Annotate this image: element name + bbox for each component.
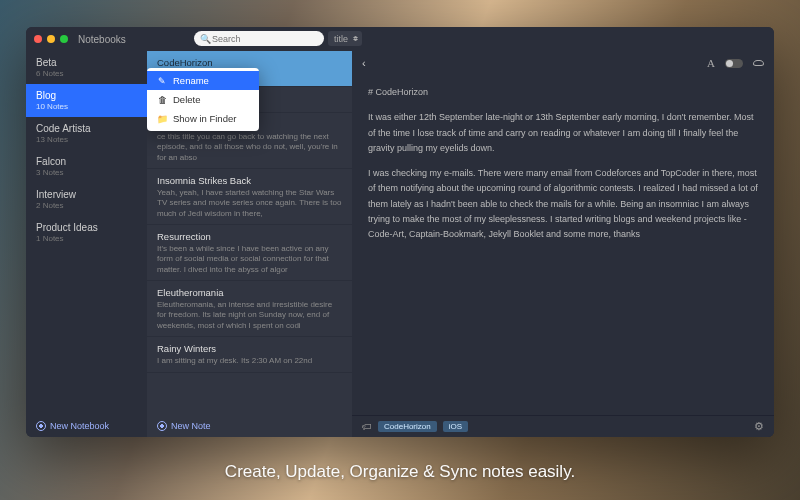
- notebook-item[interactable]: Code Artista 13 Notes: [26, 117, 147, 150]
- tag[interactable]: iOS: [443, 421, 468, 432]
- font-icon[interactable]: A: [707, 57, 715, 69]
- new-note-button[interactable]: New Note: [147, 415, 352, 437]
- notebook-item[interactable]: Beta 6 Notes: [26, 51, 147, 84]
- notebook-count: 2 Notes: [36, 201, 137, 210]
- search-filter-dropdown[interactable]: title: [328, 31, 362, 46]
- notebook-name: Falcon: [36, 156, 137, 167]
- notebook-count: 6 Notes: [36, 69, 137, 78]
- notebook-name: Blog: [36, 90, 137, 101]
- new-notebook-label: New Notebook: [50, 421, 109, 431]
- window-title: Notebooks: [78, 34, 126, 45]
- back-button[interactable]: ‹: [362, 57, 366, 69]
- note-item[interactable]: Resurrection It's been a while since I h…: [147, 225, 352, 281]
- note-preview: Eleutheromania, an intense and irresisti…: [157, 300, 342, 330]
- trash-icon: 🗑: [157, 95, 167, 105]
- notebook-name: Beta: [36, 57, 137, 68]
- note-title: Eleutheromania: [157, 287, 342, 298]
- body: Beta 6 Notes Blog 10 Notes Code Artista …: [26, 51, 774, 437]
- context-show-in-finder[interactable]: 📁 Show in Finder: [147, 109, 259, 128]
- context-delete[interactable]: 🗑 Delete: [147, 90, 259, 109]
- note-item[interactable]: Insomnia Strikes Back Yeah, yeah, I have…: [147, 169, 352, 225]
- titlebar: Notebooks 🔍 title: [26, 27, 774, 51]
- notebook-count: 1 Notes: [36, 234, 137, 243]
- editor-tools: A: [707, 57, 764, 69]
- folder-icon: 📁: [157, 114, 167, 124]
- pencil-icon: ✎: [157, 76, 167, 86]
- note-preview: ce this title you can go back to watchin…: [157, 132, 342, 162]
- note-preview: Yeah, yeah, I have started watching the …: [157, 188, 342, 218]
- notebook-count: 3 Notes: [36, 168, 137, 177]
- notebook-item[interactable]: Interview 2 Notes: [26, 183, 147, 216]
- plus-icon: [157, 421, 167, 431]
- editor-paragraph: It was either 12th September late-night …: [368, 110, 758, 156]
- context-menu: ✎ Rename 🗑 Delete 📁 Show in Finder: [147, 68, 259, 131]
- editor-paragraph: I was checking my e-mails. There were ma…: [368, 166, 758, 242]
- note-item[interactable]: Eleutheromania Eleutheromania, an intens…: [147, 281, 352, 337]
- note-item[interactable]: mber late-night or 13th ✎ Rename 🗑 Delet…: [147, 87, 352, 112]
- theme-toggle[interactable]: [725, 59, 743, 68]
- zoom-icon[interactable]: [60, 35, 68, 43]
- settings-icon[interactable]: ⚙: [754, 420, 764, 433]
- notebook-name: Interview: [36, 189, 137, 200]
- note-item[interactable]: Rainy Winters I am sitting at my desk. I…: [147, 337, 352, 373]
- editor-pane: ‹ A # CodeHorizon It was either 12th Sep…: [352, 51, 774, 437]
- editor-body[interactable]: # CodeHorizon It was either 12th Septemb…: [352, 75, 774, 415]
- sidebar: Beta 6 Notes Blog 10 Notes Code Artista …: [26, 51, 147, 437]
- minimize-icon[interactable]: [47, 35, 55, 43]
- note-title: Rainy Winters: [157, 343, 342, 354]
- close-icon[interactable]: [34, 35, 42, 43]
- notebook-count: 13 Notes: [36, 135, 137, 144]
- note-preview: It's been a while since I have been acti…: [157, 244, 342, 274]
- note-title: CodeHorizon: [157, 57, 342, 68]
- marketing-caption: Create, Update, Organize & Sync notes ea…: [0, 462, 800, 482]
- note-title: Resurrection: [157, 231, 342, 242]
- context-label: Delete: [173, 94, 200, 105]
- notebook-item[interactable]: Falcon 3 Notes: [26, 150, 147, 183]
- notebook-item-selected[interactable]: Blog 10 Notes: [26, 84, 147, 117]
- note-preview: I am sitting at my desk. Its 2:30 AM on …: [157, 356, 342, 366]
- plus-icon: [36, 421, 46, 431]
- notebook-name: Code Artista: [36, 123, 137, 134]
- new-note-label: New Note: [171, 421, 211, 431]
- notebook-name: Product Ideas: [36, 222, 137, 233]
- search-input[interactable]: [194, 31, 324, 46]
- context-rename[interactable]: ✎ Rename: [147, 71, 259, 90]
- notebook-item[interactable]: Product Ideas 1 Notes: [26, 216, 147, 249]
- new-notebook-button[interactable]: New Notebook: [26, 415, 147, 437]
- editor-heading: # CodeHorizon: [368, 85, 758, 100]
- context-label: Rename: [173, 75, 209, 86]
- preview-icon[interactable]: [753, 60, 764, 66]
- tag-icon: 🏷: [362, 421, 372, 432]
- note-title: Insomnia Strikes Back: [157, 175, 342, 186]
- app-window: Notebooks 🔍 title Beta 6 Notes Blog 10 N…: [26, 27, 774, 437]
- editor-toolbar: ‹ A: [352, 51, 774, 75]
- search-wrap: 🔍 title: [194, 31, 362, 46]
- search-icon: 🔍: [200, 34, 211, 44]
- tag[interactable]: CodeHorizon: [378, 421, 437, 432]
- notebook-count: 10 Notes: [36, 102, 137, 111]
- editor-footer: 🏷 CodeHorizon iOS ⚙: [352, 415, 774, 437]
- traffic-lights: [34, 35, 68, 43]
- note-list: CodeHorizon # CodeHorizon mber late-nigh…: [147, 51, 352, 437]
- context-label: Show in Finder: [173, 113, 236, 124]
